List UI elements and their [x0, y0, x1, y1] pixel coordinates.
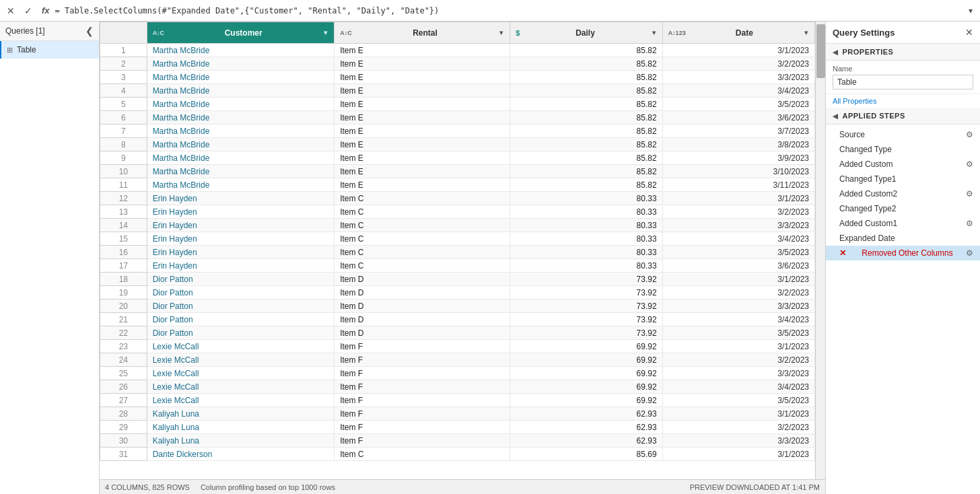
cell-rental: Item D — [335, 286, 510, 299]
cell-customer: Dior Patton — [147, 313, 335, 326]
col-header-rental[interactable]: A↕C Rental ▾ — [335, 22, 510, 44]
cell-rental: Item E — [335, 178, 510, 192]
formula-dropdown-btn[interactable]: ▾ — [964, 3, 977, 19]
step-gear-icon[interactable]: ⚙ — [966, 189, 973, 199]
cell-daily: 62.93 — [510, 434, 662, 448]
cell-customer: Dante Dickerson — [147, 448, 335, 461]
step-item[interactable]: Expanded Date — [826, 231, 980, 246]
table-row: 12 Erin Hayden Item C 80.33 3/1/2023 — [100, 192, 815, 205]
row-num: 8 — [100, 138, 147, 151]
applied-steps-toggle[interactable]: ◀ — [833, 112, 839, 120]
row-num: 1 — [100, 44, 147, 57]
row-num: 27 — [100, 394, 147, 407]
applied-steps-section-header: ◀ APPLIED STEPS — [826, 108, 980, 125]
table-row: 8 Martha McBride Item E 85.82 3/8/2023 — [100, 138, 815, 151]
row-num: 23 — [100, 340, 147, 353]
cell-daily: 80.33 — [510, 192, 662, 205]
step-gear-icon[interactable]: ⚙ — [966, 130, 973, 139]
name-prop-input[interactable] — [833, 75, 973, 90]
step-item[interactable]: Added Custom1⚙ — [826, 216, 980, 231]
cell-date: 3/4/2023 — [662, 232, 814, 246]
cell-customer: Lexie McCall — [147, 340, 335, 353]
step-item[interactable]: Changed Type — [826, 142, 980, 157]
preview-status: PREVIEW DOWNLOADED AT 1:41 PM — [690, 483, 820, 491]
cell-daily: 69.92 — [510, 394, 662, 407]
table-row: 3 Martha McBride Item E 85.82 3/3/2023 — [100, 71, 815, 84]
table-row: 6 Martha McBride Item E 85.82 3/6/2023 — [100, 111, 815, 125]
vertical-scrollbar[interactable] — [815, 22, 825, 479]
date-filter-btn[interactable]: ▾ — [803, 28, 809, 38]
cell-date: 3/1/2023 — [662, 407, 814, 421]
cell-rental: Item E — [335, 44, 510, 57]
step-item[interactable]: ✕Removed Other Columns⚙ — [826, 246, 980, 260]
cell-rental: Item E — [335, 165, 510, 178]
row-num: 14 — [100, 219, 147, 232]
formula-accept-btn[interactable]: ✓ — [20, 3, 36, 19]
table-row: 28 Kaliyah Luna Item F 62.93 3/1/2023 — [100, 407, 815, 421]
step-gear-icon[interactable]: ⚙ — [966, 160, 973, 169]
col-header-date[interactable]: A↕123 Date ▾ — [662, 22, 814, 44]
cell-customer: Erin Hayden — [147, 205, 335, 219]
col-header-daily[interactable]: $ Daily ▾ — [510, 22, 662, 44]
table-container[interactable]: A↕C Customer ▾ A↕C Rental ▾ — [100, 22, 815, 479]
sidebar-item-table[interactable]: ⊞ Table — [0, 41, 99, 59]
step-item[interactable]: Changed Type1 — [826, 172, 980, 186]
cell-customer: Kaliyah Luna — [147, 421, 335, 434]
step-label: Added Custom2 — [839, 189, 897, 199]
row-num: 18 — [100, 273, 147, 286]
table-row: 9 Martha McBride Item E 85.82 3/9/2023 — [100, 151, 815, 165]
rental-filter-btn[interactable]: ▾ — [498, 28, 504, 38]
daily-filter-btn[interactable]: ▾ — [651, 28, 657, 38]
cell-rental: Item C — [335, 219, 510, 232]
table-row: 30 Kaliyah Luna Item F 62.93 3/3/2023 — [100, 434, 815, 448]
cell-customer: Dior Patton — [147, 299, 335, 313]
customer-filter-btn[interactable]: ▾ — [322, 28, 328, 38]
cell-rental: Item C — [335, 246, 510, 259]
scrollbar-thumb[interactable] — [816, 24, 825, 78]
cell-customer: Martha McBride — [147, 165, 335, 178]
all-properties-link[interactable]: All Properties — [826, 94, 980, 108]
cell-daily: 80.33 — [510, 232, 662, 246]
cell-rental: Item E — [335, 138, 510, 151]
table-row: 22 Dior Patton Item D 73.92 3/5/2023 — [100, 326, 815, 340]
properties-section-label: PROPERTIES — [843, 48, 894, 56]
query-settings-close-btn[interactable]: ✕ — [965, 27, 973, 38]
table-row: 14 Erin Hayden Item C 80.33 3/3/2023 — [100, 219, 815, 232]
cell-daily: 73.92 — [510, 299, 662, 313]
row-num: 10 — [100, 165, 147, 178]
step-item[interactable]: Changed Type2 — [826, 201, 980, 216]
table-row: 23 Lexie McCall Item F 69.92 3/1/2023 — [100, 340, 815, 353]
table-row: 17 Erin Hayden Item C 80.33 3/6/2023 — [100, 259, 815, 273]
data-table: A↕C Customer ▾ A↕C Rental ▾ — [100, 22, 815, 461]
cell-daily: 85.82 — [510, 125, 662, 138]
step-gear-icon[interactable]: ⚙ — [966, 219, 973, 228]
formula-cancel-btn[interactable]: ✕ — [3, 3, 19, 19]
cell-rental: Item D — [335, 273, 510, 286]
cell-customer: Erin Hayden — [147, 259, 335, 273]
step-item[interactable]: Source⚙ — [826, 127, 980, 142]
cell-customer: Dior Patton — [147, 286, 335, 299]
step-item[interactable]: Added Custom⚙ — [826, 157, 980, 172]
table-row: 15 Erin Hayden Item C 80.33 3/4/2023 — [100, 232, 815, 246]
data-with-scroll: A↕C Customer ▾ A↕C Rental ▾ — [100, 22, 825, 479]
step-item[interactable]: Added Custom2⚙ — [826, 186, 980, 201]
cell-date: 3/3/2023 — [662, 219, 814, 232]
cell-customer: Martha McBride — [147, 125, 335, 138]
row-num: 29 — [100, 421, 147, 434]
step-gear-icon[interactable]: ⚙ — [966, 248, 973, 258]
cell-customer: Kaliyah Luna — [147, 434, 335, 448]
queries-collapse-btn[interactable]: ❮ — [85, 26, 94, 36]
cell-daily: 85.82 — [510, 165, 662, 178]
table-grid-icon: ⊞ — [7, 46, 13, 55]
col-header-customer[interactable]: A↕C Customer ▾ — [147, 22, 335, 44]
cell-customer: Martha McBride — [147, 57, 335, 71]
properties-toggle[interactable]: ◀ — [833, 48, 839, 56]
table-row: 25 Lexie McCall Item F 69.92 3/3/2023 — [100, 367, 815, 380]
cell-daily: 85.82 — [510, 98, 662, 111]
formula-input[interactable] — [55, 6, 963, 15]
cell-rental: Item E — [335, 57, 510, 71]
table-row: 16 Erin Hayden Item C 80.33 3/5/2023 — [100, 246, 815, 259]
table-row: 26 Lexie McCall Item F 69.92 3/4/2023 — [100, 380, 815, 394]
cell-date: 3/4/2023 — [662, 380, 814, 394]
cell-daily: 69.92 — [510, 353, 662, 367]
